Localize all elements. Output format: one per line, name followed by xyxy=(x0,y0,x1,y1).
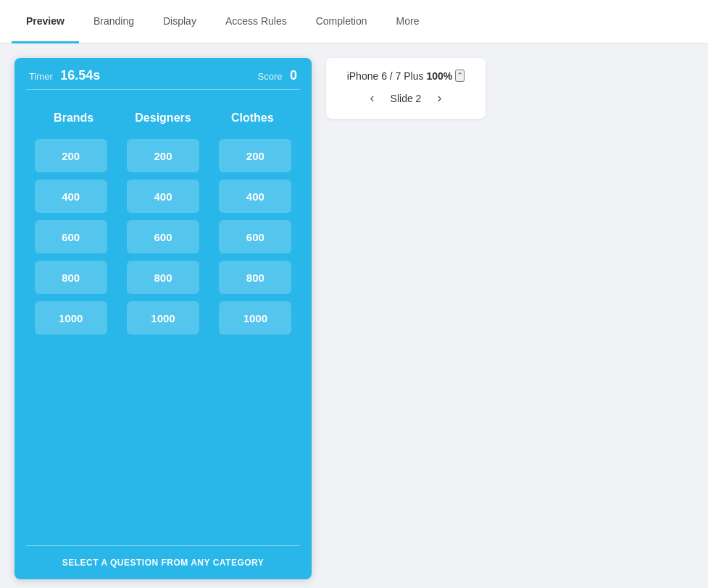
tab-preview[interactable]: Preview xyxy=(12,0,79,43)
clothes-600-button[interactable]: 600 xyxy=(219,220,291,253)
timer-value: 16.54s xyxy=(60,68,100,83)
designers-800-button[interactable]: 800 xyxy=(127,261,199,294)
category-brands-title: Brands xyxy=(38,112,110,125)
clothes-column: 200 400 600 800 1000 xyxy=(219,139,291,335)
clothes-800-button[interactable]: 800 xyxy=(219,261,291,294)
designers-200-button[interactable]: 200 xyxy=(127,139,199,172)
device-info-card: iPhone 6 / 7 Plus 100% ⌃ ‹ Slide 2 › xyxy=(326,58,486,119)
designers-1000-button[interactable]: 1000 xyxy=(127,301,199,335)
clothes-200-button[interactable]: 200 xyxy=(219,139,291,172)
device-dropdown-button[interactable]: ⌃ xyxy=(455,70,465,82)
device-name: iPhone 6 / 7 Plus xyxy=(347,70,424,82)
brands-600-button[interactable]: 600 xyxy=(35,220,107,253)
slide-label: Slide 2 xyxy=(391,93,422,104)
designers-600-button[interactable]: 600 xyxy=(127,220,199,253)
brands-800-button[interactable]: 800 xyxy=(35,261,107,294)
main-content: Timer 16.54s Score 0 Brands Designers Cl… xyxy=(0,43,708,588)
tab-display[interactable]: Display xyxy=(149,0,211,43)
categories-header: Brands Designers Clothes xyxy=(29,112,297,125)
category-designers-title: Designers xyxy=(127,112,199,125)
designers-column: 200 400 600 800 1000 xyxy=(127,139,199,335)
tab-more[interactable]: More xyxy=(382,0,434,43)
device-frame: Timer 16.54s Score 0 Brands Designers Cl… xyxy=(14,58,312,579)
tab-access-rules[interactable]: Access Rules xyxy=(211,0,301,43)
category-grid: 200 400 600 800 1000 200 400 600 800 100… xyxy=(29,139,297,335)
timer-section: Timer 16.54s xyxy=(29,68,100,83)
cta-text: SELECT A QUESTION FROM ANY CATEGORY xyxy=(14,546,312,579)
brands-400-button[interactable]: 400 xyxy=(35,180,107,213)
right-panel: iPhone 6 / 7 Plus 100% ⌃ ‹ Slide 2 › xyxy=(326,58,694,579)
tab-branding[interactable]: Branding xyxy=(79,0,149,43)
score-label: Score xyxy=(258,71,283,82)
tab-completion[interactable]: Completion xyxy=(301,0,382,43)
device-preview-wrapper: Timer 16.54s Score 0 Brands Designers Cl… xyxy=(14,58,312,579)
device-zoom: 100% xyxy=(427,70,453,82)
clothes-1000-button[interactable]: 1000 xyxy=(219,301,291,335)
slide-next-button[interactable]: › xyxy=(433,89,446,107)
brands-column: 200 400 600 800 1000 xyxy=(35,139,107,335)
clothes-400-button[interactable]: 400 xyxy=(219,180,291,213)
slide-navigation: ‹ Slide 2 › xyxy=(343,89,468,107)
score-value: 0 xyxy=(290,68,297,83)
device-selector-row: iPhone 6 / 7 Plus 100% ⌃ xyxy=(343,70,468,82)
slide-prev-button[interactable]: ‹ xyxy=(366,89,379,107)
category-section: Brands Designers Clothes 200 400 600 800… xyxy=(14,90,312,545)
designers-400-button[interactable]: 400 xyxy=(127,180,199,213)
brands-1000-button[interactable]: 1000 xyxy=(35,301,107,335)
top-navigation: Preview Branding Display Access Rules Co… xyxy=(0,0,708,43)
timer-score-bar: Timer 16.54s Score 0 xyxy=(14,58,312,89)
brands-200-button[interactable]: 200 xyxy=(35,139,107,172)
score-section: Score 0 xyxy=(258,68,297,83)
category-clothes-title: Clothes xyxy=(216,112,288,125)
timer-label: Timer xyxy=(29,71,53,82)
